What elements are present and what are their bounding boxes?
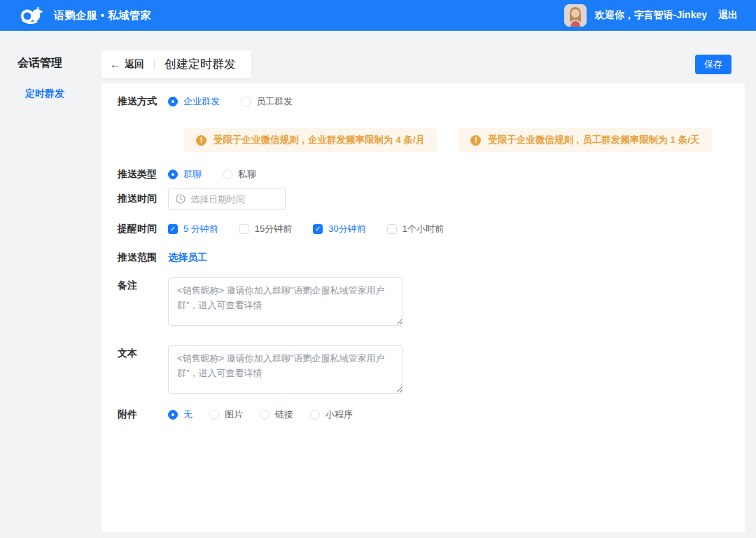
checkbox-1-hour[interactable]: 1个小时前 [387,223,444,235]
remind-time-row: 提醒时间 5 分钟前 15分钟前 30分钟前 [118,223,728,235]
checkbox-checked-icon [168,224,178,234]
radio-label: 链接 [275,408,293,421]
page-header-row: ← 返回 创建定时群发 保存 [102,50,745,78]
radio-selected-icon [168,97,178,106]
checkbox-label: 5 分钟前 [183,223,218,235]
radio-unselected-icon [241,97,251,106]
remark-label: 备注 [118,277,168,292]
checkbox-checked-icon [313,224,323,234]
brand-name: 语鹦企服 • 私域管家 [54,9,151,22]
checkbox-unchecked-icon [239,224,249,234]
page-title-card: ← 返回 创建定时群发 [102,50,251,78]
radio-unselected-icon [260,410,270,420]
push-scope-row: 推送范围 选择员工 [118,251,728,264]
warning-text: 受限于企业微信规则，员工群发频率限制为 1 条/天 [488,134,699,146]
datetime-input[interactable] [190,194,278,205]
remark-row: 备注 <销售昵称> 邀请你加入群聊"语鹦企服私域管家用户群"，进入可查看详情 [118,277,728,326]
radio-group-chat[interactable]: 群聊 [168,168,202,181]
push-method-label: 推送方式 [118,95,168,108]
checkbox-unchecked-icon [387,224,397,234]
sidebar-item-scheduled-broadcast[interactable]: 定时群发 [0,88,102,100]
push-type-options: 群聊 私聊 [168,168,256,181]
main-area: ← 返回 创建定时群发 保存 推送方式 企业群发 [102,31,756,538]
topbar: 语鹦企服 • 私域管家 欢迎你，字言智语-Jinkey 退出 [0,0,756,31]
form-card: 推送方式 企业群发 员工群发 ! 受限于企业微信规则，企业群发频率限制为 [102,83,745,532]
checkbox-label: 1个小时前 [402,223,444,235]
warning-banner-staff: ! 受限于企业微信规则，员工群发频率限制为 1 条/天 [458,128,711,152]
radio-unselected-icon [223,170,232,179]
push-method-row: 推送方式 企业群发 员工群发 [118,95,728,108]
text-textarea[interactable]: <销售昵称> 邀请你加入群聊"语鹦企服私域管家用户群"，进入可查看详情 [168,345,403,394]
warning-row: ! 受限于企业微信规则，企业群发频率限制为 4 条/月 ! 受限于企业微信规则，… [184,128,728,152]
radio-label: 小程序 [326,408,353,421]
radio-attachment-none[interactable]: 无 [168,408,192,421]
radio-attachment-image[interactable]: 图片 [209,408,243,421]
checkbox-30-min[interactable]: 30分钟前 [313,223,365,235]
radio-label: 图片 [225,408,243,421]
radio-label: 群聊 [183,168,202,181]
text-row: 文本 <销售昵称> 邀请你加入群聊"语鹦企服私域管家用户群"，进入可查看详情 [118,345,728,394]
warning-icon: ! [470,135,481,146]
checkbox-5-min[interactable]: 5 分钟前 [168,223,218,235]
push-scope-label: 推送范围 [118,251,168,264]
topbar-user-area: 欢迎你，字言智语-Jinkey 退出 [564,4,738,27]
datetime-picker[interactable] [168,188,286,210]
radio-attachment-miniprogram[interactable]: 小程序 [310,408,353,421]
radio-attachment-link[interactable]: 链接 [260,408,293,421]
logout-link[interactable]: 退出 [718,9,738,22]
remind-time-label: 提醒时间 [118,223,168,235]
radio-label: 企业群发 [183,95,220,108]
select-staff-link[interactable]: 选择员工 [168,251,207,264]
page-layout: 会话管理 定时群发 ← 返回 创建定时群发 保存 推送方式 [0,31,756,538]
back-button[interactable]: ← 返回 [110,58,144,71]
push-method-options: 企业群发 员工群发 [168,95,293,108]
radio-label: 员工群发 [256,95,293,108]
push-type-label: 推送类型 [118,168,168,181]
welcome-text: 欢迎你，字言智语-Jinkey [595,9,707,22]
save-button[interactable]: 保存 [695,55,732,74]
parrot-logo-icon [18,6,45,25]
radio-selected-icon [168,170,178,179]
checkbox-label: 30分钟前 [328,223,365,235]
radio-unselected-icon [310,410,320,420]
warning-icon: ! [196,135,206,146]
sidebar: 会话管理 定时群发 [0,31,102,538]
user-avatar[interactable] [564,4,587,27]
checkbox-label: 15分钟前 [255,223,292,235]
clock-icon [176,194,186,204]
back-arrow-icon: ← [110,58,120,70]
push-time-label: 推送时间 [118,193,168,205]
push-time-row: 推送时间 [118,188,728,210]
attachment-options: 无 图片 链接 小程序 [168,408,353,421]
title-divider [154,59,155,69]
text-label: 文本 [118,345,168,360]
radio-enterprise-broadcast[interactable]: 企业群发 [168,95,220,108]
back-label: 返回 [125,58,144,71]
radio-private-chat[interactable]: 私聊 [223,168,256,181]
radio-unselected-icon [209,410,219,420]
push-type-row: 推送类型 群聊 私聊 [118,168,728,181]
radio-label: 无 [183,408,192,421]
radio-selected-icon [168,410,178,420]
radio-label: 私聊 [238,168,256,181]
checkbox-15-min[interactable]: 15分钟前 [239,223,292,235]
warning-text: 受限于企业微信规则，企业群发频率限制为 4 条/月 [214,134,425,146]
remind-time-options: 5 分钟前 15分钟前 30分钟前 1个小时前 [168,223,444,235]
brand: 语鹦企服 • 私域管家 [18,6,151,25]
attachment-row: 附件 无 图片 链接 小程序 [118,408,728,421]
remark-textarea[interactable]: <销售昵称> 邀请你加入群聊"语鹦企服私域管家用户群"，进入可查看详情 [168,277,403,326]
page-title: 创建定时群发 [164,56,236,72]
warning-banner-enterprise: ! 受限于企业微信规则，企业群发频率限制为 4 条/月 [184,128,437,152]
radio-staff-broadcast[interactable]: 员工群发 [241,95,293,108]
attachment-label: 附件 [118,408,168,421]
sidebar-section-title: 会话管理 [0,56,102,71]
